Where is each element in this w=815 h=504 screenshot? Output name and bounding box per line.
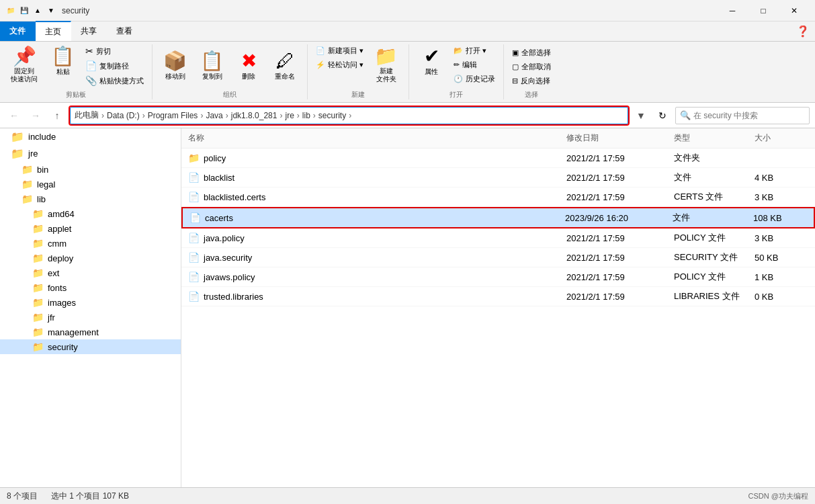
paste-button[interactable]: 📋 粘贴: [46, 44, 80, 79]
sidebar-item-cmm[interactable]: 📁 cmm: [0, 236, 181, 251]
search-box[interactable]: 🔍: [675, 107, 810, 124]
history-button[interactable]: 🕐 历史记录: [451, 73, 498, 85]
sidebar-item-legal[interactable]: 📁 legal: [0, 177, 181, 192]
refresh-button[interactable]: ↻: [654, 107, 671, 124]
sidebar-item-include[interactable]: 📁 include: [0, 128, 181, 145]
file-size-java-policy: 3 KB: [755, 233, 808, 243]
sidebar-item-management[interactable]: 📁 management: [0, 325, 181, 339]
paste-shortcut-button[interactable]: 📎 粘贴快捷方式: [83, 74, 146, 87]
select-none-button[interactable]: ▢ 全部取消: [509, 60, 554, 73]
file-row-policy[interactable]: 📁 policy 2021/2/1 17:59 文件夹: [181, 149, 815, 168]
file-icon-javaws-policy: 📄: [188, 271, 200, 282]
clipboard-label: 剪贴板: [66, 90, 86, 99]
invert-select-button[interactable]: ⊟ 反向选择: [509, 75, 554, 87]
folder-icon-cmm: 📁: [32, 238, 44, 249]
up-button[interactable]: ↑: [48, 107, 66, 124]
maximize-button[interactable]: □: [748, 0, 779, 22]
minimize-button[interactable]: ─: [717, 0, 748, 22]
rename-label: 重命名: [275, 72, 295, 81]
file-icon-java-policy: 📄: [188, 233, 200, 243]
file-row-cacerts[interactable]: 📄 cacerts 2023/9/26 16:20 文件 108 KB: [181, 207, 815, 228]
delete-button[interactable]: ✖ 删除: [232, 49, 265, 84]
sidebar-item-applet[interactable]: 📁 applet: [0, 221, 181, 236]
pin-button[interactable]: 📌 固定到快速访问: [5, 44, 43, 86]
new-item-button[interactable]: 📄 新建项目 ▾: [313, 44, 366, 57]
title-controls[interactable]: ─ □ ✕: [717, 0, 810, 22]
new-folder-label: 新建文件夹: [376, 67, 396, 83]
back-button[interactable]: ←: [5, 107, 23, 124]
col-date[interactable]: 修改日期: [566, 132, 674, 144]
rename-icon: 🖊: [275, 52, 294, 71]
move-to-button[interactable]: 📦 移动到: [158, 49, 192, 84]
sidebar-item-jfr[interactable]: 📁 jfr: [0, 310, 181, 325]
file-row-javaws-policy[interactable]: 📄 javaws.policy 2021/2/1 17:59 POLICY 文件…: [181, 267, 815, 287]
folder-icon-legal: 📁: [22, 179, 33, 190]
help-button[interactable]: ❓: [796, 25, 810, 38]
file-row-java-policy[interactable]: 📄 java.policy 2021/2/1 17:59 POLICY 文件 3…: [181, 228, 815, 248]
ribbon-group-organize: 📦 移动到 📋 复制到 ✖ 删除 🖊 重命名 组织: [153, 44, 308, 99]
copy-to-label: 复制到: [202, 72, 222, 81]
tab-file[interactable]: 文件: [0, 22, 36, 41]
new-buttons: 📄 新建项目 ▾ ⚡ 轻松访问 ▾ 📁 新建文件夹: [313, 44, 403, 89]
folder-icon: 📁: [5, 5, 16, 16]
file-row-blacklist[interactable]: 📄 blacklist 2021/2/1 17:59 文件 4 KB: [181, 168, 815, 187]
tab-home[interactable]: 主页: [36, 21, 71, 41]
file-row-blacklisted-certs[interactable]: 📄 blacklisted.certs 2021/2/1 17:59 CERTS…: [181, 187, 815, 207]
open-col: 📂 打开 ▾ ✏ 编辑 🕐 历史记录: [451, 44, 498, 85]
file-row-trusted-libraries[interactable]: 📄 trusted.libraries 2021/2/1 17:59 LIBRA…: [181, 287, 815, 306]
breadcrumb-drive: Data (D:): [107, 111, 140, 120]
tab-share[interactable]: 共享: [71, 22, 107, 41]
sidebar-item-ext[interactable]: 📁 ext: [0, 265, 181, 280]
close-button[interactable]: ✕: [779, 0, 810, 22]
file-name-blacklist: 📄 blacklist: [188, 172, 566, 183]
search-input[interactable]: [693, 111, 805, 120]
folder-icon-security: 📁: [32, 341, 44, 352]
edit-button[interactable]: ✏ 编辑: [451, 58, 498, 71]
ribbon-group-clipboard: 📌 固定到快速访问 📋 粘贴 ✂ 剪切 📄 复制路径: [0, 44, 153, 99]
sidebar-item-jre[interactable]: 📁 jre: [0, 145, 181, 162]
col-size[interactable]: 大小: [755, 132, 808, 144]
sidebar-item-amd64[interactable]: 📁 amd64: [0, 206, 181, 221]
sidebar-item-deploy[interactable]: 📁 deploy: [0, 251, 181, 265]
new-folder-button[interactable]: 📁 新建文件夹: [369, 44, 403, 86]
sidebar-item-fonts[interactable]: 📁 fonts: [0, 280, 181, 295]
col-name[interactable]: 名称: [188, 132, 566, 144]
up-icon: ▲: [32, 5, 43, 16]
sidebar-item-label-lib: lib: [37, 194, 46, 204]
forward-button[interactable]: →: [27, 107, 44, 124]
tab-view[interactable]: 查看: [107, 22, 142, 41]
paste-shortcut-label: 粘贴快捷方式: [99, 76, 144, 86]
rename-button[interactable]: 🖊 重命名: [268, 49, 302, 84]
sidebar: 📁 include 📁 jre 📁 bin 📁 legal 📁 lib 📁 am…: [0, 128, 181, 487]
copy-button[interactable]: 📄 复制路径: [83, 59, 146, 73]
file-type-policy: 文件夹: [674, 152, 755, 164]
file-row-java-security[interactable]: 📄 java.security 2021/2/1 17:59 SECURITY …: [181, 248, 815, 267]
folder-icon-management: 📁: [32, 327, 44, 337]
sidebar-item-images[interactable]: 📁 images: [0, 295, 181, 310]
folder-icon-ext: 📁: [32, 267, 44, 278]
easy-access-button[interactable]: ⚡ 轻松访问 ▾: [313, 58, 366, 71]
cut-button[interactable]: ✂ 剪切: [83, 44, 146, 58]
new-label: 新建: [351, 90, 365, 99]
file-name-javaws-policy: 📄 javaws.policy: [188, 271, 566, 282]
sidebar-item-lib[interactable]: 📁 lib: [0, 192, 181, 206]
sidebar-item-bin[interactable]: 📁 bin: [0, 162, 181, 177]
organize-label: 组织: [223, 90, 237, 99]
select-all-button[interactable]: ▣ 全部选择: [509, 46, 554, 59]
title-bar-quick-access[interactable]: 📁 💾 ▲ ▼: [5, 5, 56, 16]
sidebar-item-security[interactable]: 📁 security: [0, 339, 181, 354]
address-bar: ← → ↑ 此电脑 › Data (D:) › Program Files › …: [0, 103, 815, 128]
move-icon: 📦: [163, 52, 187, 71]
properties-button[interactable]: ✔ 属性: [415, 44, 448, 79]
file-name-java-policy: 📄 java.policy: [188, 233, 566, 243]
dropdown-address-button[interactable]: ▼: [632, 107, 650, 124]
title-bar: 📁 💾 ▲ ▼ security ─ □ ✕: [0, 0, 815, 22]
dropdown-icon[interactable]: ▼: [46, 5, 56, 16]
breadcrumb[interactable]: 此电脑 › Data (D:) › Program Files › Java ›…: [70, 107, 628, 124]
sidebar-item-label-applet: applet: [48, 224, 71, 234]
file-size-blacklisted-certs: 3 KB: [755, 192, 808, 202]
copy-to-button[interactable]: 📋 复制到: [195, 49, 229, 84]
open-button[interactable]: 📂 打开 ▾: [451, 44, 498, 57]
move-label: 移动到: [165, 72, 185, 81]
col-type[interactable]: 类型: [674, 132, 755, 144]
